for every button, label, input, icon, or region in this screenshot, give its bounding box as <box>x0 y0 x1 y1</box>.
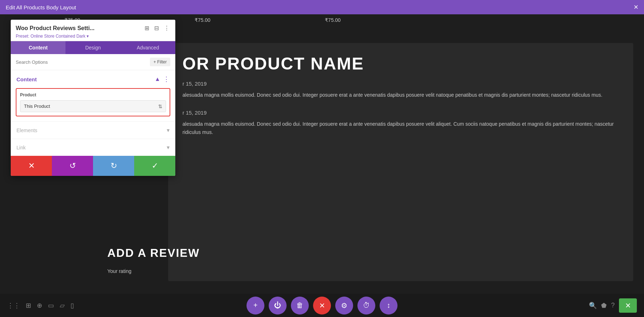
product-field-label: Product <box>20 92 166 97</box>
delete-button[interactable]: 🗑 <box>291 297 309 314</box>
your-rating-label: Your rating <box>107 268 131 274</box>
elements-section: Elements ▾ <box>11 121 175 139</box>
help-icon-button[interactable]: ? <box>611 302 615 309</box>
review-text-2: alesuada magna mollis euismod. Donec sed… <box>182 120 619 136</box>
reset-button[interactable]: ↺ <box>52 156 93 176</box>
product-name-heading: OR PRODUCT NAME <box>182 54 619 73</box>
panel-preset-label[interactable]: Preset: Online Store Contained Dark ▾ <box>16 34 170 39</box>
search-options-input[interactable] <box>16 59 147 65</box>
wireframe-icon[interactable]: ⊞ <box>26 302 31 309</box>
content-section-dots[interactable]: ⋮ <box>163 75 170 83</box>
title-bar-close-button[interactable]: × <box>634 3 638 11</box>
green-close-button[interactable]: ✕ <box>619 298 637 313</box>
product-field-container: Product This Product Custom Product ⇅ <box>16 88 170 116</box>
tab-content[interactable]: Content <box>11 41 65 54</box>
close-element-button[interactable]: ✕ <box>313 297 331 314</box>
content-section-header: Content ▲ ⋮ <box>11 70 175 87</box>
resize-button[interactable]: ↕ <box>380 297 397 314</box>
price-item-2: ₹75.00 <box>195 17 210 23</box>
add-review-heading: ADD A REVIEW <box>107 246 200 260</box>
product-select[interactable]: This Product Custom Product <box>20 100 166 112</box>
title-bar: Edit All Products Body Layout × <box>0 0 644 14</box>
link-section-title: Link <box>16 145 26 150</box>
link-chevron-icon: ▾ <box>167 144 170 151</box>
redo-button[interactable]: ↻ <box>93 156 134 176</box>
elements-section-title: Elements <box>16 128 37 133</box>
elements-chevron-icon: ▾ <box>167 127 170 134</box>
cancel-button[interactable]: ✕ <box>11 156 52 176</box>
panel-header-icons: ⊞ ⊟ ⋮ <box>144 24 170 32</box>
bottom-center-tools: + ⏻ 🗑 ✕ ⚙ ⏱ ↕ <box>247 297 397 314</box>
power-button[interactable]: ⏻ <box>269 297 287 314</box>
history-button[interactable]: ⏱ <box>357 297 375 314</box>
search-small-icon[interactable]: ⊕ <box>37 302 42 309</box>
link-section: Link ▾ <box>11 139 175 156</box>
panel-title-row: Woo Product Reviews Setti... ⊞ ⊟ ⋮ <box>16 24 170 32</box>
price-item-3: ₹75.00 <box>325 17 341 23</box>
tab-design[interactable]: Design <box>65 41 120 54</box>
panel-title: Woo Product Reviews Setti... <box>16 25 94 32</box>
desktop-icon[interactable]: ▭ <box>48 302 54 309</box>
product-select-wrapper: This Product Custom Product ⇅ <box>20 100 166 112</box>
panel-tabs: Content Design Advanced <box>11 41 175 54</box>
more-options-icon-button[interactable]: ⋮ <box>163 24 170 32</box>
settings-button[interactable]: ⚙ <box>335 297 353 314</box>
save-button[interactable]: ✓ <box>134 156 175 176</box>
mobile-icon[interactable]: ▯ <box>70 302 74 309</box>
panel-header: Woo Product Reviews Setti... ⊞ ⊟ ⋮ Prese… <box>11 20 175 41</box>
link-section-header[interactable]: Link ▾ <box>11 139 175 156</box>
title-bar-text: Edit All Products Body Layout <box>6 4 76 10</box>
tab-advanced[interactable]: Advanced <box>121 41 175 54</box>
grid-dots-icon[interactable]: ⋮⋮ <box>7 302 20 309</box>
review-text-1: alesuada magna mollis euismod. Donec sed… <box>182 91 619 99</box>
content-section-chevron[interactable]: ▲ <box>155 76 160 82</box>
main-content-area: OR PRODUCT NAME r 15, 2019 alesuada magn… <box>168 43 633 281</box>
content-section-title: Content <box>16 76 37 82</box>
layout-icon-button[interactable]: ⊟ <box>153 24 160 32</box>
settings-panel: Woo Product Reviews Setti... ⊞ ⊟ ⋮ Prese… <box>11 20 175 176</box>
filter-button[interactable]: + Filter <box>150 58 170 66</box>
tablet-icon[interactable]: ▱ <box>60 302 65 309</box>
search-icon-button[interactable]: 🔍 <box>589 302 597 309</box>
bottom-left-tools: ⋮⋮ ⊞ ⊕ ▭ ▱ ▯ <box>7 302 74 309</box>
viewport-icon-button[interactable]: ⊞ <box>144 24 150 32</box>
panel-search-bar: + Filter <box>11 54 175 70</box>
elements-section-header[interactable]: Elements ▾ <box>11 122 175 139</box>
layers-icon-button[interactable]: ⬟ <box>601 302 607 309</box>
action-bar: ✕ ↺ ↻ ✓ <box>11 156 175 176</box>
add-element-button[interactable]: + <box>247 297 264 314</box>
review-date-1: r 15, 2019 <box>182 81 619 87</box>
bottom-right-tools: 🔍 ⬟ ? ✕ <box>589 298 637 313</box>
section-controls: ▲ ⋮ <box>155 75 170 83</box>
review-date-2: r 15, 2019 <box>182 110 619 116</box>
bottom-toolbar: ⋮⋮ ⊞ ⊕ ▭ ▱ ▯ + ⏻ 🗑 ✕ ⚙ ⏱ ↕ 🔍 ⬟ ? ✕ <box>0 294 644 317</box>
